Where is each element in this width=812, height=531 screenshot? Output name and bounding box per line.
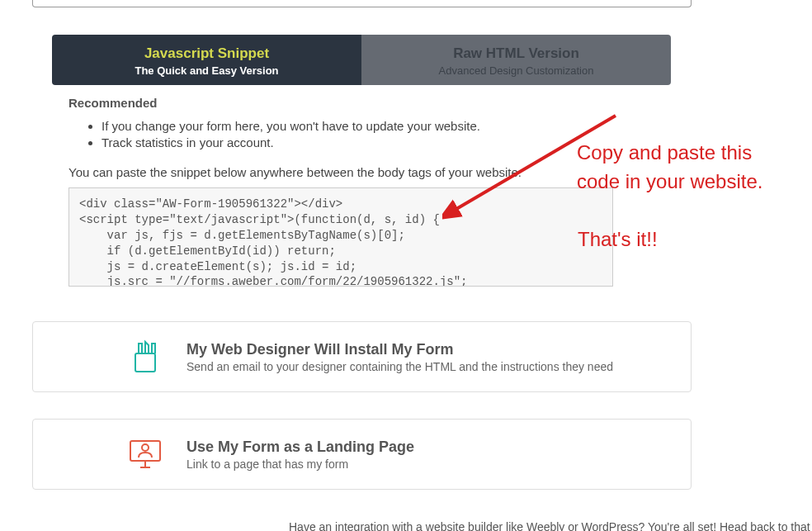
- card-title: Use My Form as a Landing Page: [186, 439, 671, 456]
- card-subtitle: Link to a page that has my form: [186, 458, 671, 471]
- recommended-heading: Recommended: [68, 96, 613, 110]
- tab-subtitle: The Quick and Easy Version: [60, 64, 353, 77]
- code-snippet-textarea[interactable]: [68, 187, 613, 287]
- card-title: My Web Designer Will Install My Form: [186, 341, 671, 358]
- list-item: If you change your form here, you won't …: [102, 118, 613, 135]
- option-web-designer[interactable]: My Web Designer Will Install My Form Sen…: [32, 321, 692, 392]
- benefits-list: If you change your form here, you won't …: [102, 118, 613, 150]
- top-panel-border: [32, 0, 692, 7]
- designer-tools-icon: [127, 339, 163, 375]
- svg-rect-2: [135, 353, 155, 372]
- tab-raw-html[interactable]: Raw HTML Version Advanced Design Customi…: [361, 35, 671, 85]
- tab-bar: Javascript Snippet The Quick and Easy Ve…: [52, 35, 671, 85]
- content-area: Recommended If you change your form here…: [68, 96, 613, 290]
- tab-title: Raw HTML Version: [370, 45, 663, 63]
- paste-instruction: You can paste the snippet below anywhere…: [68, 165, 613, 179]
- list-item: Track statistics in your account.: [102, 135, 613, 151]
- annotation-thats-it: That's it!!: [578, 225, 658, 254]
- card-text: Use My Form as a Landing Page Link to a …: [186, 439, 671, 471]
- tab-title: Javascript Snippet: [60, 45, 353, 63]
- option-landing-page[interactable]: Use My Form as a Landing Page Link to a …: [32, 419, 692, 490]
- card-text: My Web Designer Will Install My Form Sen…: [186, 341, 671, 373]
- tab-subtitle: Advanced Design Customization: [370, 64, 663, 77]
- monitor-user-icon: [127, 436, 163, 472]
- tab-javascript-snippet[interactable]: Javascript Snippet The Quick and Easy Ve…: [52, 35, 361, 85]
- card-subtitle: Send an email to your designer containin…: [186, 360, 671, 373]
- annotation-copy-paste: Copy and paste this code in your website…: [577, 139, 762, 197]
- integration-note: Have an integration with a website build…: [289, 520, 810, 531]
- svg-point-6: [142, 444, 149, 451]
